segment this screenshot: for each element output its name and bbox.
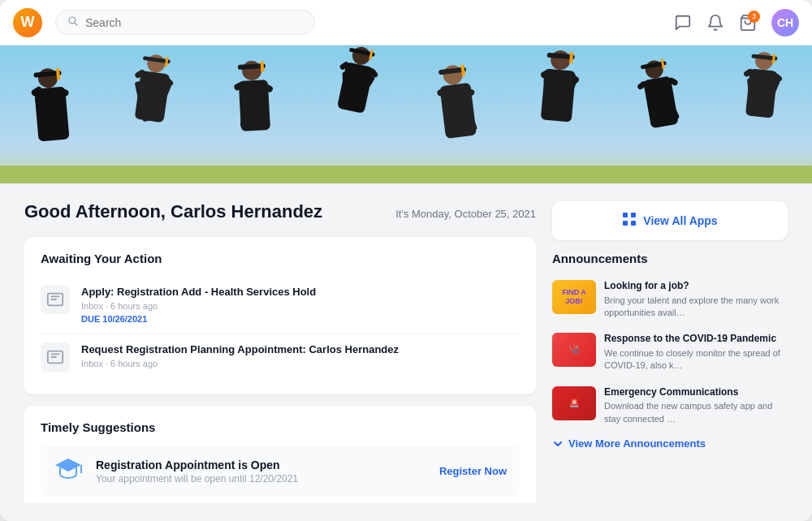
action-title-2: Request Registration Planning Appointmen… (81, 342, 399, 357)
svg-rect-63 (772, 54, 775, 63)
grad-figure-7 (598, 45, 722, 175)
announcements-section: Announcements FIND A JOB! Looking for a … (552, 252, 788, 450)
svg-rect-75 (623, 221, 628, 226)
svg-point-45 (550, 50, 571, 71)
announcement-thumb-3: 🚨 (552, 386, 596, 420)
action-item-2[interactable]: Request Registration Planning Appointmen… (41, 334, 520, 380)
svg-marker-71 (55, 459, 81, 471)
ann-title-1: Looking for a job? (604, 280, 788, 293)
suggestion-text-1: Registration Appointment is Open Your ap… (96, 459, 298, 484)
view-more-announcements-button[interactable]: View More Announcements (552, 433, 706, 450)
svg-rect-76 (631, 221, 636, 226)
announcement-body-1: Looking for a job? Bring your talent and… (604, 280, 788, 319)
ann-title-2: Response to the COVID-19 Pandemic (604, 333, 788, 346)
timely-suggestions-title: Timely Suggestions (41, 420, 520, 434)
action-meta-2: Inbox · 6 hours ago (81, 359, 399, 368)
svg-point-21 (242, 60, 262, 80)
awaiting-action-card: Awaiting Your Action Apply: Registration… (24, 237, 536, 394)
announcement-item-2[interactable]: 🩺 Response to the COVID-19 Pandemic We c… (552, 326, 788, 379)
graduation-figures (0, 45, 812, 183)
greeting-text: Good Afternoon, Carlos Hernandez (24, 201, 322, 222)
grad-figure-1 (0, 45, 107, 179)
svg-point-13 (146, 54, 166, 74)
grad-figure-6 (502, 45, 615, 163)
svg-point-5 (37, 67, 58, 88)
header: W 3 C (0, 0, 812, 45)
search-input[interactable] (85, 16, 303, 29)
announcement-body-2: Response to the COVID-19 Pandemic We con… (604, 333, 788, 372)
cart-badge: 3 (748, 11, 760, 23)
suggestion-title-1: Registration Appointment is Open (96, 459, 298, 471)
cart-button[interactable]: 3 (739, 14, 757, 32)
action-title-1: Apply: Registration Add - Health Service… (81, 285, 316, 299)
svg-rect-23 (261, 61, 265, 71)
announcement-body-3: Emergency Communications Download the ne… (604, 386, 788, 425)
avatar[interactable]: CH (771, 9, 799, 37)
hero-banner (0, 45, 812, 183)
svg-line-1 (75, 23, 77, 25)
action-content-2: Request Registration Planning Appointmen… (81, 342, 399, 368)
ann-desc-2: We continue to closely monitor the sprea… (604, 347, 788, 372)
action-meta-1: Inbox · 6 hours ago (81, 301, 316, 311)
apps-grid-icon (622, 212, 637, 230)
ann-title-3: Emergency Communications (604, 386, 788, 399)
header-actions: 3 CH (674, 9, 799, 37)
svg-point-37 (442, 64, 464, 86)
action-content-1: Apply: Registration Add - Health Service… (81, 285, 316, 325)
notifications-button[interactable] (706, 14, 724, 32)
right-column: View All Apps Announcements FIND A JOB! … (552, 201, 788, 503)
awaiting-action-title: Awaiting Your Action (41, 252, 520, 265)
action-item-1[interactable]: Apply: Registration Add - Health Service… (41, 277, 520, 334)
main-content: Good Afternoon, Carlos Hernandez It's Mo… (0, 183, 812, 521)
svg-rect-74 (631, 213, 636, 217)
suggestion-sub-1: Your appointment will be open until 12/2… (96, 473, 298, 484)
logo: W (13, 8, 42, 37)
action-icon-2 (41, 342, 70, 372)
svg-rect-73 (623, 213, 628, 217)
grad-figure-3 (200, 45, 309, 171)
timely-suggestions-card: Timely Suggestions Registration Appointm… (24, 406, 536, 503)
announcement-item-1[interactable]: FIND A JOB! Looking for a job? Bring you… (552, 273, 788, 326)
announcement-thumb-2: 🩺 (552, 333, 596, 367)
date-text: It's Monday, October 25, 2021 (395, 208, 536, 220)
grad-figure-8 (703, 45, 812, 166)
ann-desc-1: Bring your talent and explore the many w… (604, 295, 788, 320)
view-more-label: View More Announcements (568, 437, 706, 450)
messages-button[interactable] (674, 14, 692, 32)
register-now-button[interactable]: Register Now (439, 465, 507, 477)
grad-figure-2 (93, 45, 212, 170)
announcement-item-3[interactable]: 🚨 Emergency Communications Download the … (552, 380, 788, 433)
action-icon-1 (41, 285, 70, 314)
due-badge-1: DUE 10/26/2021 (81, 314, 147, 324)
announcements-title: Announcements (552, 252, 788, 265)
suggestion-item-1: Registration Appointment is Open Your ap… (41, 446, 520, 497)
search-bar[interactable] (55, 10, 315, 35)
announcement-thumb-1: FIND A JOB! (552, 280, 596, 314)
grad-figure-5 (398, 45, 516, 178)
view-all-apps-button[interactable]: View All Apps (552, 201, 788, 240)
svg-point-61 (754, 51, 774, 71)
greeting-row: Good Afternoon, Carlos Hernandez It's Mo… (24, 201, 536, 222)
svg-rect-57 (650, 88, 660, 125)
ann-desc-3: Download the new campus safety app and s… (604, 400, 788, 425)
left-column: Good Afternoon, Carlos Hernandez It's Mo… (24, 201, 536, 503)
svg-rect-47 (569, 52, 573, 63)
graduation-cap-icon (54, 457, 83, 485)
svg-rect-41 (445, 93, 456, 134)
search-icon (67, 15, 79, 29)
view-all-apps-label: View All Apps (643, 214, 717, 227)
